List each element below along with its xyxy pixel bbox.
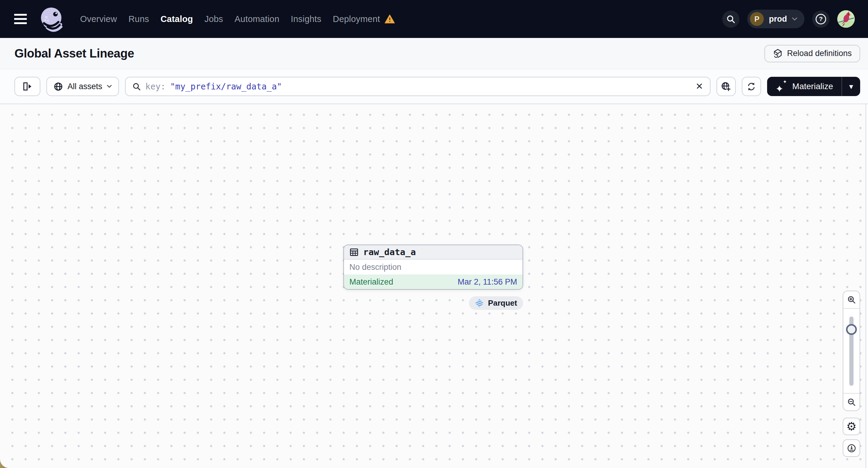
reload-definitions-button[interactable]: Reload definitions	[765, 45, 860, 62]
hamburger-bar	[14, 18, 27, 20]
dagster-app-window: Overview Runs Catalog Jobs Automation In…	[0, 0, 868, 468]
asset-name: raw_data_a	[363, 247, 416, 257]
nav-item-insights[interactable]: Insights	[291, 14, 321, 24]
asset-search-input[interactable]: key: "my_prefix/raw_data_a" ✕	[125, 77, 711, 96]
globe-plus-icon	[721, 82, 731, 92]
hamburger-bar	[14, 14, 27, 15]
nav-item-deployment[interactable]: Deployment	[333, 14, 395, 24]
zoom-slider-thumb[interactable]	[846, 324, 857, 335]
dagster-logo-icon[interactable]	[38, 5, 64, 33]
asset-kind-tag-parquet[interactable]: Parquet	[469, 297, 523, 310]
help-button[interactable]: ?	[812, 10, 830, 28]
nav-item-deployment-label: Deployment	[333, 14, 380, 24]
zoom-in-button[interactable]	[843, 291, 860, 309]
primary-nav: Overview Runs Catalog Jobs Automation In…	[80, 14, 395, 24]
sparkles-icon: ✦ ✦	[776, 81, 787, 92]
warning-triangle-icon	[384, 14, 395, 24]
page-title: Global Asset Lineage	[14, 47, 134, 60]
asset-scope-label: All assets	[67, 82, 102, 91]
open-left-panel-button[interactable]	[14, 77, 40, 96]
right-panel-edge	[866, 104, 868, 468]
search-query-field-token: key:	[146, 82, 166, 92]
asset-node-wrapper: raw_data_a No description Materialized M…	[343, 245, 523, 310]
nav-item-catalog[interactable]: Catalog	[160, 14, 193, 24]
materialize-split-button: ✦ ✦ Materialize ▾	[767, 77, 860, 96]
asset-description: No description	[344, 259, 523, 275]
table-asset-icon	[349, 248, 359, 257]
question-mark-icon: ?	[815, 14, 826, 24]
user-avatar[interactable]	[837, 10, 855, 28]
materialize-label: Materialize	[793, 82, 833, 91]
hamburger-bar	[14, 22, 27, 24]
zoom-out-icon	[847, 398, 856, 407]
search-query-value: "my_prefix/raw_data_a"	[170, 82, 282, 92]
environment-switcher[interactable]: P prod	[747, 10, 804, 28]
materialize-options-button[interactable]: ▾	[842, 77, 860, 96]
gear-icon: ⚙	[846, 421, 857, 432]
asset-scope-dropdown[interactable]: All assets	[46, 77, 119, 96]
zoom-out-button[interactable]	[843, 393, 860, 410]
hamburger-menu-button[interactable]	[14, 13, 27, 25]
parquet-logo-icon	[475, 299, 484, 308]
lineage-canvas[interactable]: raw_data_a No description Materialized M…	[0, 104, 868, 468]
nav-item-runs[interactable]: Runs	[128, 14, 149, 24]
download-icon	[847, 444, 856, 453]
navbar-right-cluster: P prod ?	[722, 10, 855, 28]
clear-search-button[interactable]: ✕	[693, 80, 705, 93]
search-icon	[726, 14, 736, 24]
asset-status-row: Materialized Mar 2, 11:56 PM	[344, 275, 523, 289]
environment-initial-badge: P	[750, 12, 764, 26]
asset-kind-tag-label: Parquet	[488, 299, 517, 308]
environment-name: prod	[769, 14, 787, 24]
globe-icon	[54, 82, 63, 91]
chevron-down-icon	[792, 18, 797, 21]
refresh-icon	[746, 82, 756, 92]
zoom-in-icon	[847, 295, 856, 304]
asset-node-raw-data-a[interactable]: raw_data_a No description Materialized M…	[343, 245, 523, 290]
reload-definitions-label: Reload definitions	[787, 49, 852, 58]
chevron-down-icon	[107, 85, 112, 88]
global-search-button[interactable]	[722, 10, 739, 28]
materialized-timestamp[interactable]: Mar 2, 11:56 PM	[458, 277, 517, 287]
cardinal-bird-avatar-image	[837, 10, 855, 28]
asset-tags-row: Parquet	[343, 297, 523, 310]
top-navbar: Overview Runs Catalog Jobs Automation In…	[0, 0, 868, 38]
download-image-button[interactable]	[843, 439, 860, 457]
nav-item-jobs[interactable]: Jobs	[205, 14, 223, 24]
materialized-status-badge: Materialized	[349, 277, 393, 287]
search-icon	[132, 82, 141, 91]
materialize-button[interactable]: ✦ ✦ Materialize	[767, 77, 841, 96]
zoom-controls	[843, 291, 860, 411]
nav-item-overview[interactable]: Overview	[80, 14, 117, 24]
nav-item-automation[interactable]: Automation	[235, 14, 279, 24]
graph-settings-button[interactable]: ⚙	[843, 418, 860, 435]
reload-definitions-icon	[773, 49, 783, 58]
refresh-button[interactable]	[742, 77, 761, 96]
page-header: Global Asset Lineage Reload definitions	[0, 38, 868, 69]
lineage-toolbar: All assets key: "my_prefix/raw_data_a" ✕	[0, 69, 868, 104]
asset-node-header: raw_data_a	[344, 245, 523, 259]
panel-expand-icon	[22, 81, 33, 92]
asset-groups-filter-button[interactable]	[716, 77, 736, 96]
zoom-slider[interactable]	[843, 309, 860, 393]
